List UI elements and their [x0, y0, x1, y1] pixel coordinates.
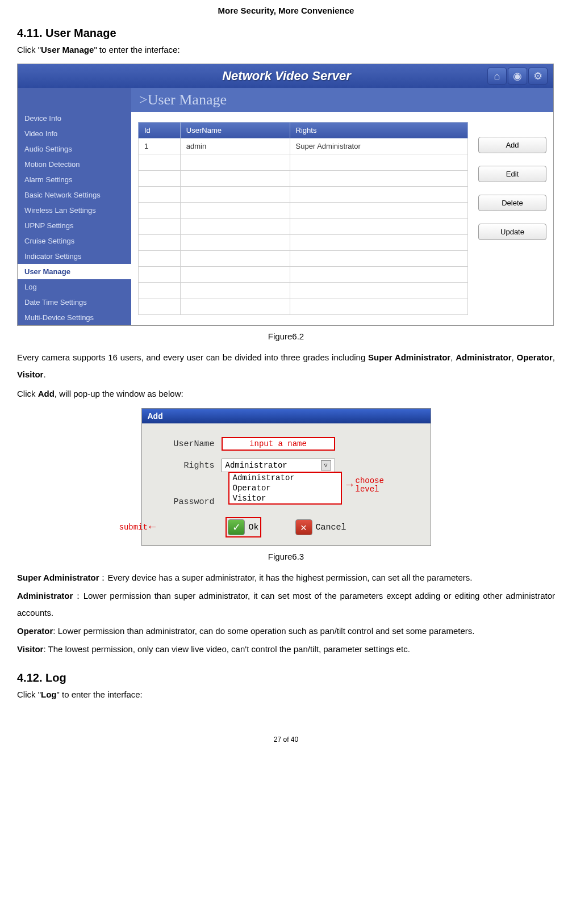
- role-admin: Administrator：Lower permission than supe…: [17, 587, 555, 621]
- sidebar-item[interactable]: UPNP Settings: [18, 218, 131, 233]
- delete-button[interactable]: Delete: [478, 195, 546, 211]
- table-cell: [139, 203, 181, 219]
- sidebar-item[interactable]: Log: [18, 279, 131, 295]
- paragraph-add: Click Add, will pop-up the window as bel…: [17, 385, 555, 402]
- role-label: Operator: [17, 626, 53, 636]
- table-row-empty: [139, 299, 468, 314]
- cancel-button[interactable]: ✕ Cancel: [295, 517, 346, 537]
- role-text: : Lower permission than administrator, c…: [53, 626, 474, 636]
- table-cell: [180, 186, 290, 202]
- gear-icon[interactable]: ⚙: [528, 68, 548, 85]
- table-row-empty: [139, 234, 468, 250]
- text-bold: User Manage: [41, 45, 94, 54]
- table-cell: [139, 299, 181, 314]
- sidebar-item[interactable]: Wireless Lan Settings: [18, 203, 131, 218]
- sidebar-item[interactable]: Date Time Settings: [18, 295, 131, 310]
- intro-412: Click "Log" to enter the interface:: [17, 688, 555, 702]
- sidebar-item[interactable]: User Manage: [18, 264, 131, 279]
- rights-row: Rights Administrator ▽ AdministratorOper…: [148, 459, 425, 472]
- dropdown-option[interactable]: Visitor: [229, 493, 341, 503]
- home-icon[interactable]: ⌂: [487, 68, 507, 85]
- table-header: Id: [139, 123, 181, 138]
- reel-icon[interactable]: ◉: [508, 68, 527, 85]
- sidebar-item[interactable]: Multi-Device Settings: [18, 310, 131, 325]
- check-icon[interactable]: ✓: [228, 519, 245, 535]
- rights-dropdown[interactable]: AdministratorOperatorVisitor: [228, 472, 342, 505]
- table-header: Rights: [290, 123, 467, 138]
- sidebar-item[interactable]: Video Info: [18, 126, 131, 141]
- table-cell: [290, 154, 467, 170]
- table-cell: [180, 219, 290, 234]
- app-title: Network Video Server: [222, 69, 351, 83]
- table-cell: Super Administrator: [290, 138, 467, 154]
- sidebar-item[interactable]: Motion Detection: [18, 157, 131, 172]
- table-row[interactable]: 1adminSuper Administrator: [139, 138, 468, 154]
- table-cell: 1: [139, 138, 181, 154]
- edit-button[interactable]: Edit: [478, 166, 546, 182]
- rights-label: Rights: [148, 461, 222, 471]
- table-cell: [180, 154, 290, 170]
- figure-caption-62: Figure6.2: [17, 331, 555, 341]
- anno-text: chooselevel: [356, 477, 384, 494]
- text: Click ": [17, 690, 41, 699]
- text-bold: Super Administrator: [368, 352, 450, 362]
- text: ,: [450, 352, 456, 362]
- sidebar-item[interactable]: Alarm Settings: [18, 172, 131, 187]
- table-cell: [180, 267, 290, 283]
- ok-button[interactable]: Ok: [248, 523, 258, 532]
- sidebar-item[interactable]: Audio Settings: [18, 141, 131, 157]
- dropdown-icon[interactable]: ▽: [321, 460, 331, 471]
- table-cell: [139, 234, 181, 250]
- anno-text: submit: [119, 523, 148, 532]
- sidebar-item[interactable]: Cruise Settings: [18, 233, 131, 249]
- text: " to enter the interface:: [57, 690, 143, 699]
- paragraph-grades: Every camera supports 16 users, and ever…: [17, 349, 555, 383]
- app-titlebar: Network Video Server ⌂ ◉ ⚙: [18, 64, 553, 88]
- screenshot-user-manage: Network Video Server ⌂ ◉ ⚙ Device InfoVi…: [17, 64, 554, 326]
- text: Every camera supports 16 users, and ever…: [17, 352, 368, 362]
- rights-select[interactable]: Administrator ▽: [222, 459, 335, 472]
- table-cell: [290, 219, 467, 234]
- text: , will pop-up the window as below:: [55, 389, 183, 398]
- update-button[interactable]: Update: [478, 224, 546, 240]
- dropdown-option[interactable]: Administrator: [229, 473, 341, 483]
- text-bold: Operator: [516, 352, 552, 362]
- table-row-empty: [139, 267, 468, 283]
- text-bold: Log: [41, 690, 57, 699]
- choose-level-annotation: → chooselevel: [346, 477, 384, 494]
- table-cell: [180, 203, 290, 219]
- action-buttons: AddEditDeleteUpdate: [478, 122, 546, 315]
- sidebar: Device InfoVideo InfoAudio SettingsMotio…: [18, 88, 131, 325]
- add-button[interactable]: Add: [478, 137, 546, 153]
- screenshot-add-dialog: Add UserName Rights Administrator ▽ Admi…: [141, 408, 431, 546]
- sidebar-item[interactable]: Device Info: [18, 111, 131, 126]
- titlebar-icons: ⌂ ◉ ⚙: [487, 68, 548, 85]
- role-label: Super Administrator: [17, 573, 99, 582]
- user-table: IdUserNameRights 1adminSuper Administrat…: [138, 122, 468, 315]
- table-cell: [139, 186, 181, 202]
- table-cell: [290, 250, 467, 266]
- text-bold: Administrator: [456, 352, 511, 362]
- table-cell: [139, 154, 181, 170]
- table-cell: [180, 170, 290, 186]
- table-cell: [139, 283, 181, 299]
- table-row-empty: [139, 186, 468, 202]
- dropdown-option[interactable]: Operator: [229, 483, 341, 493]
- page-number: 27 of 40: [17, 736, 555, 744]
- role-operator: Operator: Lower permission than administ…: [17, 623, 555, 640]
- sidebar-item[interactable]: Indicator Settings: [18, 249, 131, 264]
- role-text: : The lowest permission, only can view l…: [43, 644, 410, 654]
- role-super: Super Administrator：Every device has a s…: [17, 569, 555, 586]
- page-header: More Security, More Convenience: [17, 6, 555, 15]
- username-input[interactable]: [222, 437, 335, 451]
- role-visitor: Visitor: The lowest permission, only can…: [17, 641, 555, 658]
- table-cell: [290, 170, 467, 186]
- role-label: Administrator: [17, 591, 73, 600]
- table-cell: [180, 299, 290, 314]
- table-cell: [290, 234, 467, 250]
- close-icon: ✕: [295, 519, 312, 535]
- table-cell: [290, 267, 467, 283]
- sidebar-item[interactable]: Basic Network Settings: [18, 187, 131, 203]
- username-label: UserName: [148, 439, 222, 449]
- arrow-left-icon: →: [149, 522, 156, 533]
